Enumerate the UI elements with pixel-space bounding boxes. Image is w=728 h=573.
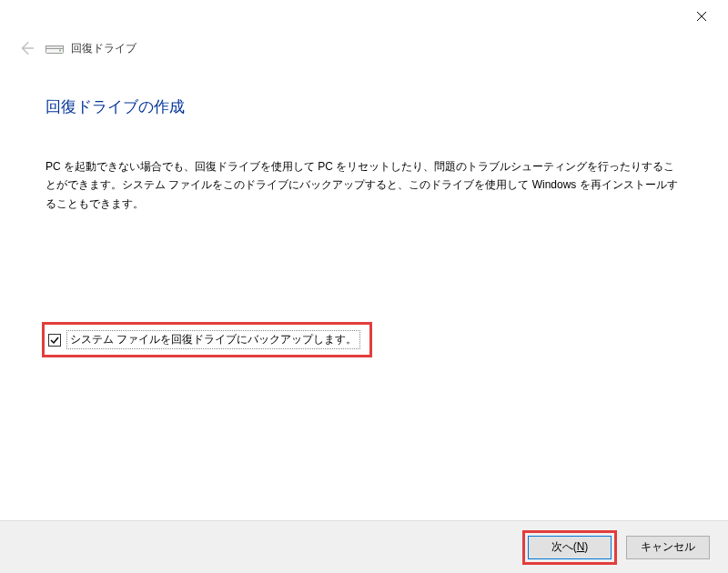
next-label-prefix: 次へ( bbox=[551, 540, 577, 553]
close-button[interactable] bbox=[688, 5, 715, 27]
drive-icon bbox=[46, 42, 64, 55]
next-button-highlight: 次へ(N) bbox=[522, 530, 617, 565]
header-row: 回復ドライブ bbox=[0, 33, 728, 71]
cancel-button[interactable]: キャンセル bbox=[626, 536, 710, 559]
backup-checkbox-highlight: システム ファイルを回復ドライブにバックアップします。 bbox=[42, 322, 372, 357]
next-button[interactable]: 次へ(N) bbox=[528, 536, 612, 559]
svg-point-4 bbox=[59, 50, 61, 52]
header-title: 回復ドライブ bbox=[71, 41, 136, 56]
checkmark-icon bbox=[50, 336, 59, 345]
backup-checkbox[interactable] bbox=[48, 334, 61, 347]
svg-rect-3 bbox=[46, 46, 64, 49]
backup-checkbox-label[interactable]: システム ファイルを回復ドライブにバックアップします。 bbox=[66, 330, 360, 349]
description-text: PC を起動できない場合でも、回復ドライブを使用して PC をリセットしたり、問… bbox=[46, 157, 682, 213]
page-title: 回復ドライブの作成 bbox=[46, 96, 682, 117]
content-area: 回復ドライブの作成 PC を起動できない場合でも、回復ドライブを使用して PC … bbox=[0, 71, 728, 357]
back-arrow-icon bbox=[18, 40, 35, 56]
footer: 次へ(N) キャンセル bbox=[0, 520, 728, 573]
next-label-suffix: ) bbox=[584, 540, 588, 553]
back-button[interactable] bbox=[16, 38, 36, 58]
close-icon bbox=[696, 11, 707, 22]
titlebar bbox=[0, 0, 728, 33]
